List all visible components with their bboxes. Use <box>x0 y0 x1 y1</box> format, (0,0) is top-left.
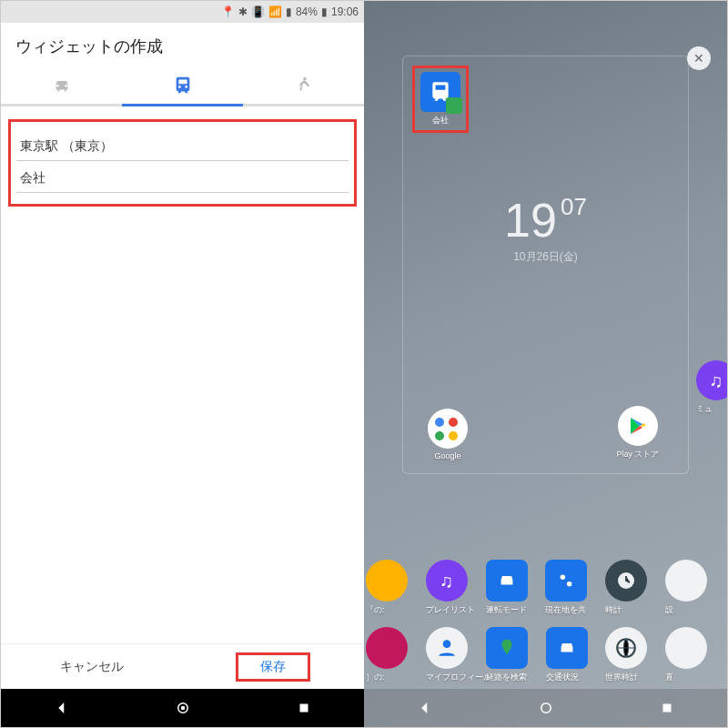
maps-pin-icon <box>446 97 462 114</box>
app-traffic[interactable]: 交通状況 <box>546 627 606 683</box>
button-bar: キャンセル 保存 <box>1 643 364 689</box>
app-partial[interactable]: 『の: <box>366 560 426 616</box>
wifi-icon: 📶 <box>268 5 282 18</box>
widget-highlight: 会社 <box>412 66 469 133</box>
status-time: 19:06 <box>331 5 359 18</box>
battery-icon: ▮ <box>321 5 328 18</box>
svg-point-4 <box>561 575 566 581</box>
left-screen: 📍 ✱ 📳 📶 ▮ 84% ▮ 19:06 ウィジェットの作成 東京駅 （東京）… <box>1 1 364 727</box>
battery-percent: 84% <box>296 5 318 18</box>
traffic-icon <box>546 627 588 669</box>
partial-icon <box>665 627 707 669</box>
bluetooth-icon: ✱ <box>238 5 248 18</box>
dock-section: 『の: ♫プレイリスト 運転モード 現在地を共 時計 設 ］の: マイプロフィー… <box>364 554 727 689</box>
clock-icon <box>605 560 647 602</box>
music-icon: ♫ <box>426 560 468 602</box>
svg-point-2 <box>180 706 185 711</box>
clock-date: 10月26日(金) <box>403 249 688 265</box>
app-partial[interactable]: 設 <box>665 560 725 616</box>
svg-point-5 <box>567 581 572 587</box>
vibrate-icon: 📳 <box>251 5 265 18</box>
signal-icon: ▮ <box>286 5 292 18</box>
svg-rect-3 <box>299 704 308 713</box>
clock-hour: 19 <box>504 194 557 247</box>
app-driving[interactable]: 運転モード <box>486 560 546 616</box>
location-icon: 📍 <box>221 5 235 18</box>
origin-field[interactable]: 東京駅 （東京） <box>16 129 349 161</box>
close-button[interactable]: ✕ <box>687 46 711 70</box>
app-share-location[interactable]: 現在地を共 <box>545 560 605 616</box>
home-page-preview[interactable]: 会社 1907 10月26日(金) Google Play ストア <box>402 56 689 474</box>
app-label: Google <box>434 451 460 460</box>
google-folder-icon <box>428 409 468 449</box>
back-icon[interactable] <box>417 700 433 716</box>
app-music-partial[interactable]: ♫ ミュ <box>696 360 727 415</box>
save-button[interactable]: 保存 <box>183 644 365 689</box>
transport-tabs <box>1 66 364 106</box>
app-partial[interactable]: 直 <box>665 627 725 683</box>
recent-icon[interactable] <box>296 700 312 716</box>
home-icon[interactable] <box>175 700 191 716</box>
svg-point-0 <box>303 76 307 80</box>
app-label: ミュ <box>696 403 727 415</box>
driving-icon <box>486 560 528 602</box>
nav-bar-left <box>1 689 364 727</box>
app-play-store[interactable]: Play ストア <box>612 406 664 460</box>
car-icon <box>52 76 72 96</box>
walk-icon <box>294 76 314 96</box>
tab-walk[interactable] <box>243 66 364 106</box>
widget-icon[interactable] <box>420 72 460 112</box>
transit-icon <box>173 76 193 96</box>
music-icon: ♫ <box>696 360 727 400</box>
home-icon[interactable] <box>538 700 554 716</box>
app-google[interactable]: Google <box>421 409 474 460</box>
app-clock[interactable]: 時計 <box>605 560 665 616</box>
back-icon[interactable] <box>54 700 70 716</box>
app-profile[interactable]: マイプロフィール <box>426 627 486 683</box>
play-icon <box>618 406 658 446</box>
widget-label: 会社 <box>432 115 449 126</box>
profile-icon <box>426 627 468 669</box>
cancel-button[interactable]: キャンセル <box>1 644 183 689</box>
app-worldclock[interactable]: 世界時計 <box>605 627 665 683</box>
tab-transit[interactable] <box>122 66 243 106</box>
partial-icon <box>665 560 707 602</box>
worldclock-icon <box>605 627 647 669</box>
right-screen: ✕ 会社 1907 10月26日(金) Google <box>364 1 727 727</box>
app-partial[interactable]: ］の: <box>366 627 426 683</box>
app-playlist[interactable]: ♫プレイリスト <box>426 560 486 616</box>
svg-point-9 <box>541 703 551 713</box>
clock-minute: 07 <box>561 193 587 220</box>
app-route[interactable]: 経路を検索 <box>486 627 546 683</box>
recent-icon[interactable] <box>659 700 675 716</box>
tab-car[interactable] <box>1 66 122 106</box>
dock-row-1: 『の: ♫プレイリスト 運転モード 現在地を共 時計 設 <box>364 554 727 622</box>
clock-widget[interactable]: 1907 10月26日(金) <box>403 193 688 265</box>
fields-highlight: 東京駅 （東京） 会社 <box>8 119 357 207</box>
page-title: ウィジェットの作成 <box>1 23 364 66</box>
svg-point-7 <box>442 640 450 648</box>
status-bar: 📍 ✱ 📳 📶 ▮ 84% ▮ 19:06 <box>1 1 364 23</box>
route-icon <box>486 627 528 669</box>
location-share-icon <box>545 560 587 602</box>
partial-icon <box>366 560 408 602</box>
svg-rect-10 <box>662 704 671 713</box>
destination-field[interactable]: 会社 <box>16 161 349 193</box>
app-label: Play ストア <box>616 449 659 460</box>
partial-icon <box>366 627 408 669</box>
dock-row-2: ］の: マイプロフィール 経路を検索 交通状況 世界時計 直 <box>364 622 727 689</box>
save-highlight: 保存 <box>236 652 310 682</box>
nav-bar-right <box>364 689 727 727</box>
